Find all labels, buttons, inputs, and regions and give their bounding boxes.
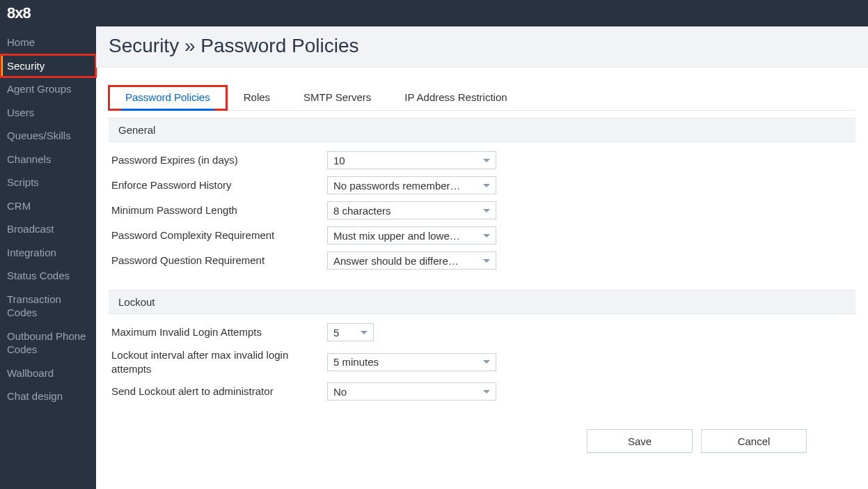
label-complexity: Password Complexity Requirement — [109, 228, 327, 242]
tab-roles[interactable]: Roles — [227, 86, 287, 110]
label-password-expires: Password Expires (in days) — [109, 153, 327, 167]
select-value: Answer should be differe… — [333, 255, 479, 267]
select-max-attempts[interactable]: 5 — [327, 323, 374, 341]
sidebar-item-transaction-codes[interactable]: Transaction Codes — [0, 288, 96, 325]
sidebar-item-channels[interactable]: Channels — [0, 148, 96, 171]
field-max-attempts: Maximum Invalid Login Attempts 5 — [109, 320, 855, 345]
select-value: 10 — [333, 155, 479, 166]
main-content: Security » Password Policies Password Po… — [96, 26, 868, 489]
sidebar-item-scripts[interactable]: Scripts — [0, 171, 96, 194]
chevron-down-icon — [361, 331, 368, 334]
select-value: Must mix upper and lowe… — [333, 230, 479, 242]
chevron-down-icon — [483, 234, 490, 238]
sidebar-item-security[interactable]: Security — [0, 54, 96, 78]
label-enforce-history: Enforce Password History — [109, 178, 327, 192]
chevron-down-icon — [483, 184, 490, 187]
chevron-down-icon — [483, 360, 490, 364]
select-complexity[interactable]: Must mix upper and lowe… — [327, 226, 496, 244]
button-row: Save Cancel — [109, 404, 855, 453]
page-header: Security » Password Policies — [96, 26, 868, 68]
chevron-down-icon — [483, 259, 490, 263]
label-lockout-interval: Lockout interval after max invalid login… — [109, 348, 327, 375]
save-button[interactable]: Save — [587, 429, 693, 453]
field-question: Password Question Requirement Answer sho… — [109, 248, 855, 273]
label-max-attempts: Maximum Invalid Login Attempts — [109, 325, 327, 339]
tab-password-policies[interactable]: Password Policies — [109, 86, 227, 110]
sidebar-item-outbound-phone-codes[interactable]: Outbound Phone Codes — [0, 325, 96, 362]
cancel-button[interactable]: Cancel — [701, 429, 807, 453]
field-complexity: Password Complexity Requirement Must mix… — [109, 223, 855, 248]
chevron-down-icon — [483, 209, 490, 212]
chevron-down-icon — [483, 390, 490, 394]
select-value: 5 — [333, 327, 356, 339]
tab-ip-restriction[interactable]: IP Address Restriction — [388, 86, 523, 110]
section-header-lockout: Lockout — [109, 290, 855, 314]
sidebar: Home Security Agent Groups Users Queues/… — [0, 26, 96, 489]
select-value: No passwords remember… — [333, 180, 479, 192]
select-value: No — [333, 386, 479, 398]
sidebar-item-agent-groups[interactable]: Agent Groups — [0, 77, 96, 101]
field-enforce-history: Enforce Password History No passwords re… — [109, 173, 855, 198]
field-lockout-interval: Lockout interval after max invalid login… — [109, 345, 855, 379]
field-min-length: Minimum Password Length 8 characters — [109, 198, 855, 223]
page-title: Security » Password Policies — [109, 35, 855, 57]
select-question[interactable]: Answer should be differe… — [327, 251, 496, 270]
tab-smtp-servers[interactable]: SMTP Servers — [287, 86, 388, 110]
label-min-length: Minimum Password Length — [109, 203, 327, 217]
sidebar-item-status-codes[interactable]: Status Codes — [0, 264, 96, 288]
select-value: 5 minutes — [333, 356, 479, 368]
section-header-general: General — [109, 118, 855, 142]
field-password-expires: Password Expires (in days) 10 — [109, 148, 855, 173]
label-lockout-alert: Send Lockout alert to administrator — [109, 385, 327, 398]
sidebar-item-broadcast[interactable]: Broadcast — [0, 217, 96, 241]
top-bar: 8x8 — [0, 0, 868, 26]
field-lockout-alert: Send Lockout alert to administrator No — [109, 379, 855, 404]
sidebar-item-users[interactable]: Users — [0, 101, 96, 125]
label-question: Password Question Requirement — [109, 254, 327, 267]
sidebar-item-crm[interactable]: CRM — [0, 194, 96, 218]
select-enforce-history[interactable]: No passwords remember… — [327, 176, 496, 194]
select-password-expires[interactable]: 10 — [327, 151, 496, 169]
sidebar-item-wallboard[interactable]: Wallboard — [0, 362, 96, 385]
select-min-length[interactable]: 8 characters — [327, 201, 496, 219]
sidebar-item-queues-skills[interactable]: Queues/Skills — [0, 124, 96, 148]
select-lockout-interval[interactable]: 5 minutes — [327, 353, 496, 371]
sidebar-item-chat-design[interactable]: Chat design — [0, 385, 96, 408]
select-value: 8 characters — [333, 205, 479, 217]
chevron-down-icon — [483, 159, 490, 162]
brand-logo: 8x8 — [7, 4, 31, 22]
sidebar-item-integration[interactable]: Integration — [0, 241, 96, 265]
sidebar-item-home[interactable]: Home — [0, 31, 96, 54]
select-lockout-alert[interactable]: No — [327, 382, 496, 401]
tabs: Password Policies Roles SMTP Servers IP … — [109, 86, 855, 111]
